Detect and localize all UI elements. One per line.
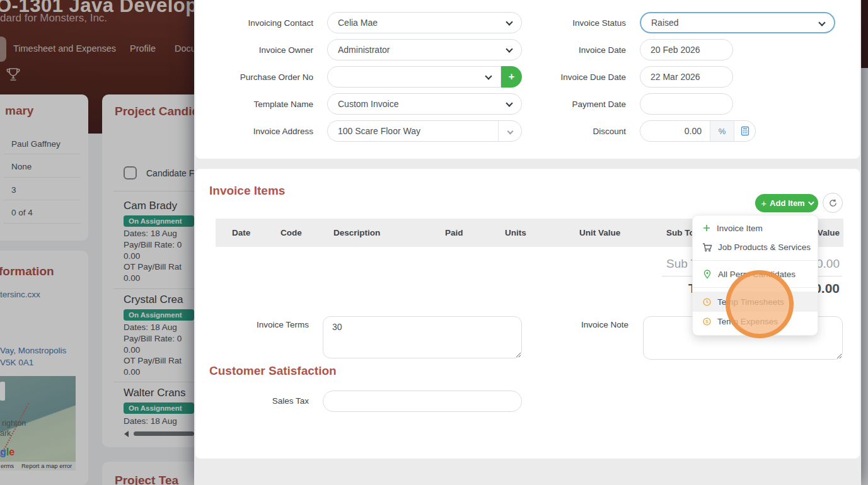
- invoice-date-label: Invoice Date: [508, 45, 626, 55]
- invoice-items-heading: Invoice Items: [209, 184, 285, 198]
- invoice-header-card: Invoicing Contact Celia Mae Invoice Owne…: [195, 0, 860, 159]
- invoice-owner-select[interactable]: Administrator: [327, 39, 522, 60]
- map-pin-icon: [702, 269, 712, 279]
- customer-satisfaction-heading: Customer Satisfaction: [209, 364, 337, 378]
- invoice-date-value: 20 Feb 2026: [651, 45, 700, 55]
- invoicing-contact-value: Celia Mae: [338, 18, 378, 28]
- divider: [498, 121, 499, 141]
- discount-calculator-button[interactable]: [734, 121, 755, 141]
- sales-tax-input[interactable]: [323, 391, 522, 412]
- invoicing-contact-select[interactable]: Celia Mae: [327, 12, 522, 33]
- invoice-terms-label: Invoice Terms: [195, 320, 309, 329]
- sales-tax-label: Sales Tax: [195, 396, 309, 406]
- col-description: Description: [333, 228, 380, 237]
- chevron-down-icon: [485, 72, 492, 79]
- invoicing-contact-label: Invoicing Contact: [195, 18, 313, 28]
- chevron-down-icon: [808, 199, 814, 205]
- invoice-owner-value: Administrator: [338, 45, 390, 55]
- svg-text:$: $: [705, 319, 709, 324]
- invoice-address-select[interactable]: 100 Scare Floor Way: [327, 120, 522, 142]
- menu-item-job-products-services[interactable]: Job Products & Services: [693, 237, 818, 256]
- dollar-coin-icon: $: [702, 317, 712, 326]
- menu-divider: [693, 260, 818, 261]
- purchase-order-label: Purchase Order No: [195, 72, 313, 82]
- discount-input[interactable]: 0.00: [640, 121, 710, 141]
- discount-label: Discount: [508, 127, 626, 136]
- col-code: Code: [281, 228, 302, 237]
- invoice-due-date-value: 22 Mar 2026: [651, 72, 700, 82]
- menu-item-label: Invoice Item: [717, 224, 763, 233]
- col-unit-value: Unit Value: [579, 228, 620, 237]
- refresh-items-button[interactable]: [823, 193, 843, 213]
- discount-group: 0.00 %: [640, 120, 756, 142]
- template-name-label: Template Name: [195, 100, 313, 109]
- purchase-order-select[interactable]: [327, 66, 501, 88]
- invoice-terms-textarea[interactable]: 30: [323, 316, 522, 358]
- template-name-select[interactable]: Custom Invoice: [327, 93, 522, 115]
- invoice-note-label: Invoice Note: [515, 320, 628, 329]
- add-item-button[interactable]: + Add Item: [755, 194, 818, 212]
- cart-icon: [702, 243, 712, 252]
- calculator-icon: [740, 126, 750, 136]
- menu-item-invoice-item[interactable]: Invoice Item: [693, 219, 818, 237]
- invoice-status-select[interactable]: Raised: [640, 12, 835, 33]
- discount-percent-toggle[interactable]: %: [710, 121, 734, 141]
- invoice-address-value: 100 Scare Floor Way: [338, 126, 420, 136]
- col-units: Units: [505, 228, 526, 237]
- payment-date-label: Payment Date: [508, 100, 626, 109]
- invoice-status-value: Raised: [651, 18, 679, 28]
- plus-icon: +: [761, 198, 767, 208]
- invoice-due-date-input[interactable]: 22 Mar 2026: [640, 66, 733, 88]
- template-name-value: Custom Invoice: [338, 99, 398, 109]
- invoice-status-label: Invoice Status: [508, 18, 626, 28]
- clock-icon: [702, 297, 712, 307]
- payment-date-input[interactable]: [640, 93, 733, 115]
- click-indicator-ring: [726, 270, 794, 338]
- col-paid: Paid: [445, 228, 463, 237]
- invoice-due-date-label: Invoice Due Date: [508, 72, 626, 82]
- invoice-owner-label: Invoice Owner: [195, 45, 313, 55]
- add-item-label: Add Item: [770, 198, 805, 208]
- chevron-down-icon: [818, 19, 825, 26]
- refresh-icon: [828, 198, 838, 208]
- menu-item-label: Job Products & Services: [718, 243, 811, 252]
- col-date: Date: [232, 228, 250, 237]
- invoice-address-label: Invoice Address: [195, 127, 313, 136]
- plus-icon: [702, 224, 711, 232]
- invoice-date-input[interactable]: 20 Feb 2026: [640, 39, 733, 60]
